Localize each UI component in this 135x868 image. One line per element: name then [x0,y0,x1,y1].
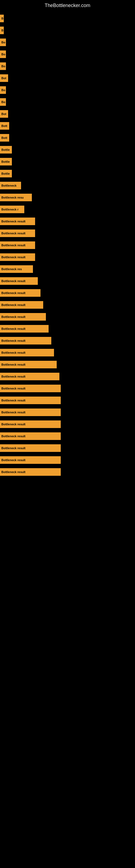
bar-row: Bottleneck result [0,371,135,382]
bar-row: Bottleneck resu [0,191,135,204]
bar-label: Bottleneck result [0,384,61,392]
bar-label: Bo [0,51,6,58]
bar-label: Bottleneck result [0,325,49,333]
bar-label: Bottleneck r [0,206,24,213]
bar-label: Bottle [0,146,12,154]
bar-row: Bottleneck result [0,347,135,359]
bar-label: Bottleneck result [0,373,59,380]
bar-row: Bottleneck result [0,359,135,371]
bar-label: Bottleneck result [0,301,43,309]
bar-label: Bottleneck result [0,229,35,237]
bar-row: Bottleneck res [0,263,135,275]
bar-row: Bottle [0,156,135,167]
bar-label: Bottleneck result [0,337,51,344]
bar-label: Bottleneck result [0,444,61,452]
bar-row: Bottleneck result [0,454,135,466]
bar-row: Bott [0,132,135,144]
bar-label: Bottleneck resu [0,194,32,201]
bar-row: Bottle [0,167,135,180]
bar-label: Bottleneck result [0,349,54,356]
bar-label: Bottleneck result [0,289,41,297]
bar-row: Bot [0,72,135,84]
bar-row: Bottleneck result [0,394,135,406]
bar-label: Bo [0,98,6,106]
bar-row: B [0,24,135,36]
bar-label: Bottleneck result [0,456,61,464]
bar-row: Bottleneck result [0,335,135,347]
bar-label: Bot [0,74,8,82]
bar-row: Bottleneck result [0,251,135,263]
bar-row: Bot [0,108,135,120]
bar-label: Bo [0,38,6,46]
bar-label: Bottleneck result [0,468,61,476]
bar-label: Bo [0,62,6,70]
bar-row: Bo [0,60,135,72]
bar-label: Bottleneck result [0,421,61,428]
bar-row: Bott [0,120,135,132]
bar-row: Bottleneck result [0,311,135,323]
bar-label: Bottleneck result [0,408,61,416]
bar-label: B [0,27,4,34]
bar-row: Bottleneck result [0,442,135,454]
bar-label: B [0,14,4,22]
bar-row: Bo [0,48,135,60]
bar-row: Bottleneck result [0,239,135,251]
bar-label: Bott [0,134,9,142]
bar-label: Bottleneck result [0,313,46,321]
bars-container: BBBoBoBoBotBoBoBotBottBottBottleBottleBo… [0,12,135,478]
bar-label: Bottleneck result [0,277,38,285]
bar-row: B [0,12,135,24]
bar-label: Bottleneck result [0,241,35,249]
bar-row: Bottleneck result [0,418,135,430]
bar-row: Bo [0,84,135,96]
bar-label: Bottleneck result [0,253,35,261]
bar-label: Bottleneck result [0,432,61,440]
bar-row: Bottleneck [0,180,135,191]
bar-row: Bottleneck result [0,323,135,335]
bar-label: Bottle [0,170,12,177]
bar-row: Bottleneck result [0,275,135,287]
bar-label: Bo [0,86,6,94]
bar-row: Bottleneck result [0,466,135,478]
bar-row: Bo [0,36,135,48]
bar-label: Bott [0,122,9,130]
bar-label: Bottle [0,158,12,165]
bar-row: Bottleneck result [0,227,135,239]
bar-row: Bottleneck result [0,406,135,418]
bar-label: Bot [0,110,8,118]
bar-label: Bottleneck [0,182,21,189]
bar-row: Bo [0,96,135,108]
bar-row: Bottleneck r [0,204,135,215]
bar-row: Bottleneck result [0,430,135,442]
bar-label: Bottleneck result [0,397,61,404]
bar-row: Bottleneck result [0,287,135,299]
bar-row: Bottleneck result [0,382,135,394]
bar-label: Bottleneck result [0,218,35,225]
site-title: TheBottlenecker.com [0,0,135,12]
bar-label: Bottleneck result [0,361,57,368]
bar-row: Bottleneck result [0,215,135,227]
bar-row: Bottle [0,144,135,156]
bar-row: Bottleneck result [0,299,135,311]
bar-label: Bottleneck res [0,265,33,273]
